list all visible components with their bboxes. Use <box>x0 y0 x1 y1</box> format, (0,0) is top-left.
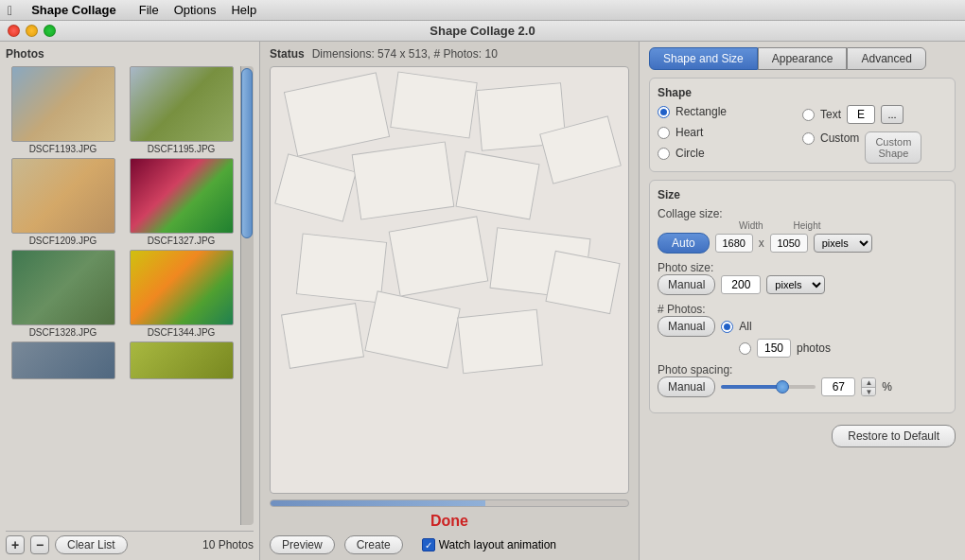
photo-filename: DSCF1195.JPG <box>148 144 216 154</box>
photo-thumbnail[interactable] <box>11 66 115 142</box>
create-button[interactable]: Create <box>344 535 403 554</box>
maximize-button[interactable] <box>44 25 56 37</box>
minimize-button[interactable] <box>26 25 38 37</box>
size-section: Size Collage size: Width Height Auto x p… <box>649 180 956 413</box>
menu-help[interactable]: Help <box>231 3 256 17</box>
text-shape-browse-button[interactable]: ... <box>881 105 904 124</box>
collage-preview <box>270 66 629 494</box>
collage-rect <box>545 251 620 314</box>
clear-list-button[interactable]: Clear List <box>55 535 128 554</box>
photo-filename: DSCF1328.JPG <box>29 327 97 338</box>
photo-filename: DSCF1344.JPG <box>148 327 216 338</box>
title-bar: Shape Collage 2.0 <box>0 21 965 42</box>
window-controls <box>8 25 56 37</box>
photo-thumbnail[interactable] <box>11 158 115 234</box>
collage-rect <box>390 71 478 138</box>
watch-animation-checkbox[interactable]: ✓ Watch layout animation <box>422 538 556 551</box>
shape-custom-radio[interactable] <box>802 132 815 145</box>
shape-heart-row[interactable]: Heart <box>658 126 802 139</box>
photo-spacing-row: Manual ▲ ▼ % <box>658 376 947 397</box>
preview-button[interactable]: Preview <box>270 535 335 554</box>
shape-text-radio[interactable] <box>802 109 815 121</box>
tab-advanced[interactable]: Advanced <box>847 47 925 70</box>
collage-size-row: Auto x pixels inches <box>658 233 947 254</box>
custom-shape-button[interactable]: CustomShape <box>865 131 921 164</box>
shape-text-row[interactable]: Text ... <box>802 105 947 124</box>
spinner-up[interactable]: ▲ <box>862 378 875 388</box>
done-label: Done <box>270 513 629 530</box>
spacing-manual-button[interactable]: Manual <box>658 376 715 397</box>
tab-shape-and-size[interactable]: Shape and Size <box>649 47 758 70</box>
shape-rectangle-radio[interactable] <box>658 106 670 118</box>
photo-filename: DSCF1193.JPG <box>29 144 97 154</box>
collage-rect <box>457 309 543 375</box>
photo-thumbnail[interactable] <box>130 66 234 142</box>
shape-circle-label: Circle <box>676 147 705 160</box>
photos-count: 10 Photos <box>202 538 254 551</box>
photo-thumbnail[interactable] <box>130 250 234 325</box>
photo-size-unit-select[interactable]: pixels inches <box>766 275 825 294</box>
preview-footer: Preview Create ✓ Watch layout animation <box>270 535 629 554</box>
window-title: Shape Collage 2.0 <box>430 24 535 38</box>
status-label: Status <box>270 47 305 61</box>
photo-filename: DSCF1327.JPG <box>148 236 216 246</box>
app-name: Shape Collage <box>31 3 116 17</box>
collage-size-label: Collage size: <box>658 207 723 220</box>
photo-filename: DSCF1209.JPG <box>29 236 97 246</box>
auto-size-button[interactable]: Auto <box>658 233 710 254</box>
list-item: DSCF1193.JPG <box>6 66 120 154</box>
photo-thumbnail[interactable] <box>11 250 115 325</box>
size-unit-select[interactable]: pixels inches <box>814 234 872 253</box>
photo-thumbnail[interactable] <box>130 158 234 234</box>
spacing-spinner[interactable]: ▲ ▼ <box>861 377 876 396</box>
num-photos-input[interactable] <box>757 339 791 358</box>
tab-appearance[interactable]: Appearance <box>758 47 848 70</box>
shape-circle-radio[interactable] <box>658 148 670 160</box>
add-photo-button[interactable]: + <box>6 535 25 554</box>
collage-rect <box>281 303 364 369</box>
shape-right-column: Text ... Custom CustomShape <box>802 105 947 164</box>
height-input[interactable] <box>770 234 808 253</box>
status-text: Dimensions: 574 x 513, # Photos: 10 <box>312 47 498 61</box>
spacing-pct-label: % <box>882 380 892 394</box>
collage-rect <box>284 72 390 156</box>
all-photos-radio[interactable] <box>721 321 733 333</box>
all-photos-radio-row[interactable]: All <box>721 320 751 333</box>
shape-custom-radio-row[interactable]: Custom <box>802 131 859 145</box>
collage-rect <box>364 290 461 368</box>
apple-logo:  <box>8 3 12 18</box>
num-photos-manual-radio[interactable] <box>739 342 751 355</box>
shape-rectangle-label: Rectangle <box>676 105 727 118</box>
collage-rect <box>389 216 489 296</box>
spacing-slider[interactable] <box>721 385 816 389</box>
close-button[interactable] <box>8 25 20 37</box>
restore-default-button[interactable]: Restore to Default <box>832 425 956 447</box>
scrollbar-thumb[interactable] <box>241 68 253 238</box>
spacing-value-input[interactable] <box>821 377 855 396</box>
list-item: DSCF1209.JPG <box>6 158 120 246</box>
photos-grid: DSCF1193.JPG DSCF1195.JPG DSCF1209.JPG D… <box>6 66 254 379</box>
menu-options[interactable]: Options <box>174 3 217 17</box>
shape-heart-radio[interactable] <box>658 127 670 139</box>
photo-spacing-label: Photo spacing: <box>658 363 732 376</box>
width-input[interactable] <box>715 234 753 253</box>
photos-grid-container: DSCF1193.JPG DSCF1195.JPG DSCF1209.JPG D… <box>6 66 254 525</box>
photo-size-group: Photo size: Manual pixels inches <box>658 261 947 295</box>
main-content: Photos DSCF1193.JPG DSCF1195.JPG DSCF120… <box>0 42 965 560</box>
photo-thumbnail[interactable] <box>130 341 234 379</box>
num-photos-label: # Photos: <box>658 303 706 316</box>
remove-photo-button[interactable]: − <box>30 535 49 554</box>
menu-file[interactable]: File <box>139 3 159 17</box>
checkbox-checkmark: ✓ <box>422 538 435 551</box>
photo-size-input[interactable] <box>721 275 761 294</box>
text-shape-input[interactable] <box>847 105 875 124</box>
shape-rectangle-row[interactable]: Rectangle <box>658 105 802 118</box>
photo-size-manual-button[interactable]: Manual <box>658 274 715 295</box>
shape-circle-row[interactable]: Circle <box>658 147 802 160</box>
status-bar: Status Dimensions: 574 x 513, # Photos: … <box>270 47 629 61</box>
spinner-down[interactable]: ▼ <box>862 388 875 396</box>
num-photos-value-row: photos <box>739 339 947 358</box>
photo-thumbnail[interactable] <box>11 341 115 379</box>
menu-bar:  Shape Collage File Options Help <box>0 0 965 21</box>
num-photos-manual-button[interactable]: Manual <box>658 316 715 337</box>
